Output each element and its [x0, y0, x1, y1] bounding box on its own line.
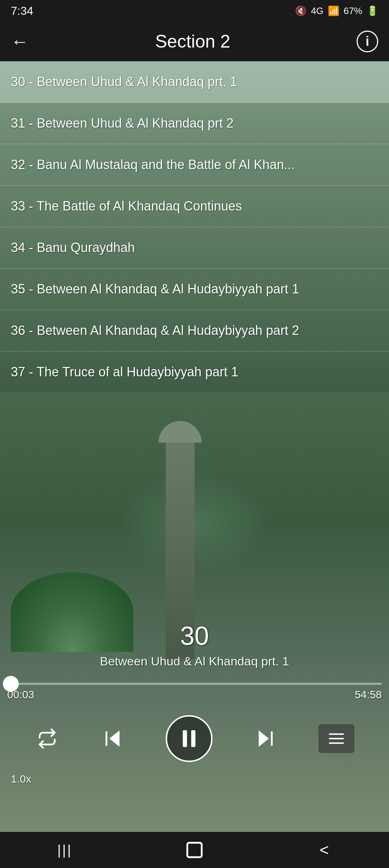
speed-text: 1.0x — [11, 773, 31, 785]
pause-icon — [176, 726, 202, 751]
track-item-30[interactable]: 30 - Between Uhud & Al Khandaq prt. 1 — [0, 61, 389, 103]
page-title: Section 2 — [155, 31, 230, 52]
playlist-button[interactable] — [318, 724, 354, 753]
mute-icon: 🔇 — [295, 5, 307, 17]
svg-rect-2 — [183, 730, 187, 747]
previous-button[interactable] — [100, 726, 125, 751]
player-section: 30 Between Uhud & Al Khandaq prt. 1 00:0… — [0, 621, 389, 796]
battery-icon: 🔋 — [367, 5, 378, 17]
track-item-33[interactable]: 33 - The Battle of Al Khandaq Continues — [0, 186, 389, 227]
recent-apps-icon: ||| — [57, 842, 72, 858]
next-icon — [255, 728, 276, 749]
app-bar: ← Section 2 i — [0, 22, 389, 61]
track-item-32[interactable]: 32 - Banu Al Mustalaq and the Battle of … — [0, 144, 389, 186]
progress-container[interactable] — [0, 683, 389, 685]
time-labels: 00:03 54:58 — [0, 688, 389, 701]
nav-bar: ||| < — [0, 832, 389, 868]
svg-rect-9 — [187, 843, 202, 857]
status-icons: 🔇 4G 📶 67% 🔋 — [295, 5, 378, 17]
status-bar: 7:34 🔇 4G 📶 67% 🔋 — [0, 0, 389, 22]
track-item-31[interactable]: 31 - Between Uhud & Al Khandaq prt 2 — [0, 103, 389, 144]
status-time: 7:34 — [11, 4, 33, 18]
track-label-35: 35 - Between Al Khandaq & Al Hudaybiyyah… — [11, 282, 299, 296]
pause-button[interactable] — [166, 715, 213, 762]
info-icon: i — [366, 34, 369, 49]
back-button[interactable]: ← — [11, 31, 29, 52]
track-label-37: 37 - The Truce of al Hudaybiyyah part 1 — [11, 364, 238, 379]
progress-thumb[interactable] — [3, 676, 19, 692]
svg-marker-0 — [110, 731, 119, 746]
track-label-33: 33 - The Battle of Al Khandaq Continues — [11, 199, 242, 213]
track-label-32: 32 - Banu Al Mustalaq and the Battle of … — [11, 157, 295, 172]
track-label-30: 30 - Between Uhud & Al Khandaq prt. 1 — [11, 74, 237, 89]
track-item-34[interactable]: 34 - Banu Quraydhah — [0, 227, 389, 269]
track-list: 30 - Between Uhud & Al Khandaq prt. 1 31… — [0, 61, 389, 393]
home-button[interactable] — [180, 839, 209, 861]
repeat-icon — [37, 728, 57, 749]
network-type: 4G — [311, 5, 323, 17]
recent-apps-button[interactable]: ||| — [50, 839, 79, 861]
track-item-36[interactable]: 36 - Between Al Khandaq & Al Hudaybiyyah… — [0, 310, 389, 351]
player-track-title: Between Uhud & Al Khandaq prt. 1 — [0, 654, 389, 668]
track-item-37[interactable]: 37 - The Truce of al Hudaybiyyah part 1 — [0, 351, 389, 393]
time-total: 54:58 — [355, 688, 382, 701]
background-image: 30 - Between Uhud & Al Khandaq prt. 1 31… — [0, 61, 389, 832]
track-label-34: 34 - Banu Quraydhah — [11, 240, 135, 255]
progress-track — [7, 683, 382, 685]
speed-indicator[interactable]: 1.0x — [0, 773, 389, 785]
svg-rect-3 — [191, 730, 196, 747]
back-nav-icon: < — [319, 841, 329, 859]
track-item-35[interactable]: 35 - Between Al Khandaq & Al Hudaybiyyah… — [0, 269, 389, 310]
home-icon — [184, 839, 205, 861]
repeat-button[interactable] — [35, 726, 60, 751]
playlist-icon — [326, 730, 346, 748]
signal-icon: 📶 — [328, 5, 339, 17]
previous-icon — [102, 728, 124, 749]
player-controls — [0, 715, 389, 762]
svg-marker-4 — [259, 731, 268, 746]
back-nav-button[interactable]: < — [310, 839, 339, 861]
info-button[interactable]: i — [357, 31, 378, 52]
track-label-31: 31 - Between Uhud & Al Khandaq prt 2 — [11, 116, 233, 130]
track-label-36: 36 - Between Al Khandaq & Al Hudaybiyyah… — [11, 323, 299, 338]
player-track-number: 30 — [0, 621, 389, 651]
battery-text: 67% — [344, 5, 362, 17]
next-button[interactable] — [253, 726, 278, 751]
